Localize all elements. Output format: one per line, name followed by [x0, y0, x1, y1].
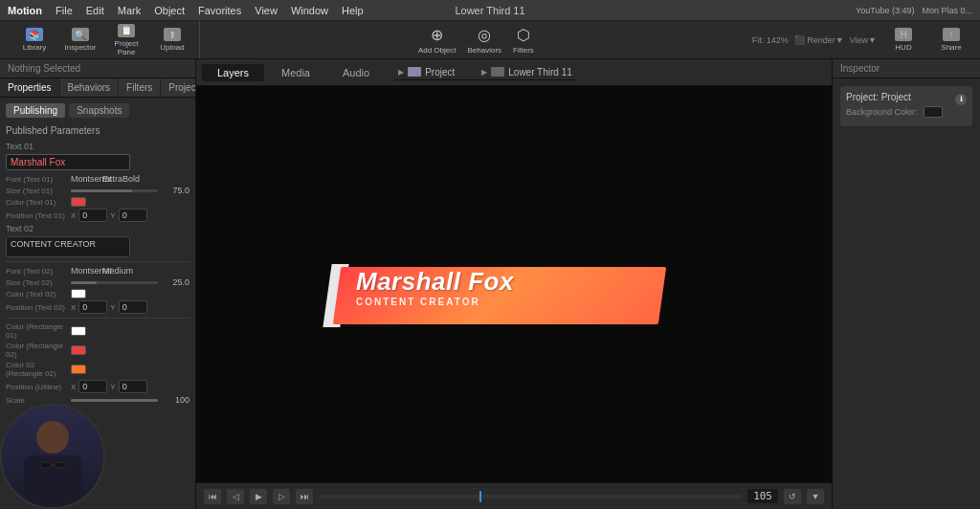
tab-filters[interactable]: Filters [119, 78, 161, 97]
loop-btn[interactable]: ↺ [784, 489, 801, 504]
pos-u-x-input[interactable] [78, 380, 107, 393]
name-input[interactable]: Marshall Fox [6, 154, 130, 170]
rect01-swatch[interactable] [71, 326, 86, 336]
lower-third-graphic: Marshall Fox CONTENT CREATOR [337, 259, 691, 336]
scale-slider[interactable] [71, 399, 158, 402]
position-u-row: Position (Utiline) X Y [6, 380, 189, 393]
tab-behaviors[interactable]: Behaviors [60, 78, 119, 97]
size-slider[interactable] [71, 189, 158, 192]
bg-color-swatch[interactable] [924, 106, 943, 118]
color2-label: Color (Text 02) [6, 290, 68, 299]
webcam-overlay [0, 404, 105, 509]
info-icon[interactable]: ℹ [955, 94, 967, 105]
tab-properties[interactable]: Properties [0, 78, 60, 97]
menu-favorites[interactable]: Favorites [198, 5, 241, 16]
playback-play[interactable]: ▶ [250, 489, 267, 504]
project-label: Project [425, 67, 455, 77]
tree-arrow-project: ▶ [398, 68, 404, 77]
menu-file[interactable]: File [56, 5, 73, 16]
behaviors-label: Behaviors [467, 46, 501, 55]
menu-help[interactable]: Help [342, 5, 364, 16]
bg-color-label: Background Color: [846, 107, 918, 117]
lower-third-icon [491, 67, 504, 77]
fit-label: Fit: 142% [752, 35, 789, 45]
tree-arrow-lt: ▶ [481, 68, 487, 77]
color-swatch-red[interactable] [71, 197, 86, 207]
left-panel-header: Nothing Selected [0, 59, 195, 78]
size-label: Size (Text 01) [6, 187, 68, 195]
content-creator-field[interactable]: CONTENT CREATOR [6, 236, 130, 257]
pos2-y-input[interactable] [119, 300, 147, 314]
window-title: Lower Third 11 [455, 5, 524, 16]
pos-x-input[interactable] [78, 209, 107, 222]
share-button[interactable]: ↑ Share [930, 24, 972, 56]
inspector-project-title: Project: Project [846, 92, 911, 102]
add-object-icon: ⊕ [431, 26, 443, 44]
playback-go-end[interactable]: ⏭ [296, 489, 313, 504]
font-value: Montserrat [71, 174, 100, 184]
behaviors-button[interactable]: ◎ Behaviors [467, 26, 501, 55]
library-button[interactable]: 📚 Library [13, 24, 56, 56]
size2-slider[interactable] [71, 281, 158, 284]
library-label: Library [23, 43, 46, 52]
color-label: Color (Text 01) [6, 198, 68, 207]
menu-mark[interactable]: Mark [118, 5, 141, 16]
lt-name: Marshall Fox [356, 269, 653, 294]
tree-lower-third[interactable]: ▶ Lower Third 11 [478, 65, 576, 79]
project-icon [408, 67, 421, 77]
webcam-person [2, 406, 103, 507]
color-row: Color (Text 01) [6, 197, 189, 207]
pos2-x-input[interactable] [78, 300, 107, 314]
publishing-tab[interactable]: Publishing [6, 103, 65, 118]
scrubber-playhead [479, 491, 481, 502]
fork-style: Medium [102, 266, 131, 276]
filters-icon: ⬡ [517, 26, 530, 44]
menu-view[interactable]: View [255, 5, 278, 16]
menu-object[interactable]: Object [154, 5, 185, 16]
filters-label: Filters [513, 46, 534, 55]
rect01-label: Color (Rectangle 01) [6, 322, 68, 340]
main-layout: Nothing Selected Properties Behaviors Fi… [0, 59, 980, 509]
playback-back-frame[interactable]: ◁ [227, 489, 244, 504]
timecode: 105 [747, 489, 778, 503]
person-silhouette [19, 421, 86, 507]
scrubber-bar[interactable] [319, 495, 742, 498]
hud-button[interactable]: H HUD [882, 24, 924, 56]
pos-u-y-input[interactable] [119, 380, 147, 393]
lt-title: CONTENT CREATOR [356, 297, 653, 307]
tab-audio[interactable]: Audio [327, 64, 385, 81]
snapshots-tab[interactable]: Snapshots [69, 103, 129, 118]
divider2 [6, 318, 189, 319]
rect02-swatch[interactable] [71, 345, 86, 355]
color2-swatch[interactable] [71, 289, 86, 299]
prop-section-tabs: Publishing Snapshots [6, 103, 189, 118]
tabs-and-tree: Layers Media Audio ▶ Project ▶ Lower Thi… [196, 59, 832, 86]
rect03-swatch[interactable] [71, 365, 86, 374]
tab-media[interactable]: Media [266, 64, 325, 81]
toolbar-left-group: 📚 Library 🔍 Inspector 📋 Project Pane ⬆ U… [8, 21, 200, 58]
rect01-row: Color (Rectangle 01) [6, 322, 189, 340]
pos-y-input[interactable] [119, 209, 147, 222]
tree-project[interactable]: ▶ Project [394, 65, 458, 79]
upload-button[interactable]: ⬆ Upload [151, 24, 193, 56]
playback-options[interactable]: ▼ [807, 489, 824, 504]
font-row: Font (Text 01) Montserrat ExtraBold [6, 174, 189, 184]
playback-go-start[interactable]: ⏮ [204, 489, 221, 504]
inspector-project-box: Project: Project ℹ Background Color: [840, 86, 972, 126]
add-object-button[interactable]: ⊕ Add Object [418, 26, 457, 55]
menu-window[interactable]: Window [291, 5, 328, 16]
position2-label: Position (Text 02) [6, 303, 68, 312]
inspector-box-header: Project: Project ℹ [846, 92, 967, 106]
rect03-row: Color 02 (Rectangle 02) [6, 361, 189, 378]
tab-layers[interactable]: Layers [202, 64, 264, 81]
behaviors-icon: ◎ [478, 26, 491, 44]
inspector-button[interactable]: 🔍 Inspector [59, 24, 101, 56]
playback-fwd-frame[interactable]: ▷ [273, 489, 290, 504]
size2-label: Size (Text 02) [6, 278, 68, 287]
filters-button[interactable]: ⬡ Filters [513, 26, 534, 55]
project-pane-button[interactable]: 📋 Project Pane [105, 24, 147, 56]
size2-row: Size (Text 02) 25.0 [6, 277, 189, 287]
toolbar-right-group: Fit: 142% ⬛ Render▼ View▼ H HUD ↑ Share [752, 24, 972, 56]
fork-row: Fork (Text 02) Montserrat Medium [6, 266, 189, 276]
menu-edit[interactable]: Edit [86, 5, 104, 16]
